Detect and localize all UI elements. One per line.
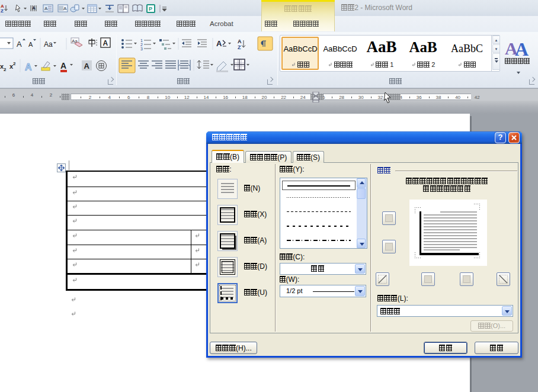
- svg-text:A: A: [44, 6, 48, 11]
- svg-text:A: A: [515, 38, 529, 57]
- svg-text:Z: Z: [238, 44, 241, 50]
- svg-text:1: 1: [140, 38, 143, 43]
- svg-text:A: A: [28, 41, 33, 48]
- svg-text:A: A: [17, 40, 22, 49]
- svg-text:A: A: [25, 62, 32, 72]
- svg-text:A: A: [238, 38, 242, 44]
- svg-text:A: A: [63, 6, 67, 11]
- svg-text:2: 2: [13, 61, 16, 66]
- svg-text:2: 2: [4, 67, 7, 72]
- svg-text:A: A: [103, 39, 108, 47]
- svg-text:3: 3: [140, 47, 143, 51]
- svg-text:A: A: [84, 62, 90, 70]
- svg-text:Aa: Aa: [44, 40, 53, 49]
- svg-text:A: A: [60, 61, 66, 70]
- svg-text:Z: Z: [1, 8, 4, 14]
- svg-text:P: P: [149, 6, 152, 12]
- svg-text:A: A: [32, 5, 36, 11]
- svg-text:A: A: [216, 39, 222, 48]
- svg-text:2: 2: [140, 43, 143, 47]
